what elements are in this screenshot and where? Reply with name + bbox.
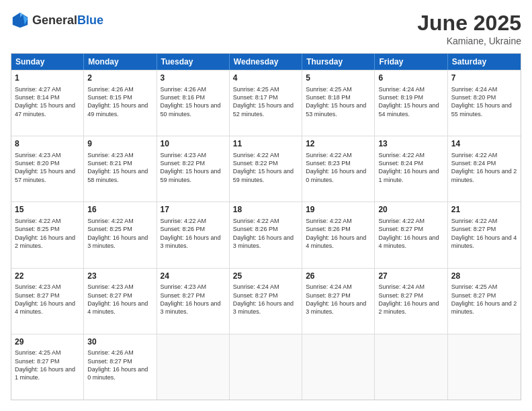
cell-text: Sunrise: 4:24 AMSunset: 8:27 PMDaylight:… [378, 283, 439, 315]
calendar-cell [230, 334, 302, 400]
cell-text: Sunrise: 4:22 AMSunset: 8:26 PMDaylight:… [161, 218, 221, 249]
day-number: 28 [451, 271, 517, 282]
calendar-cell: 4Sunrise: 4:25 AMSunset: 8:17 PMDaylight… [230, 71, 302, 136]
header-sunday: Sunday [11, 54, 84, 70]
cell-text: Sunrise: 4:26 AMSunset: 8:16 PMDaylight:… [161, 86, 221, 118]
cell-text: Sunrise: 4:23 AMSunset: 8:27 PMDaylight:… [15, 283, 75, 315]
cell-text: Sunrise: 4:22 AMSunset: 8:24 PMDaylight:… [378, 152, 439, 183]
cell-text: Sunrise: 4:25 AMSunset: 8:27 PMDaylight:… [451, 283, 517, 315]
calendar-cell: 27Sunrise: 4:24 AMSunset: 8:27 PMDayligh… [375, 269, 447, 334]
day-number: 6 [378, 73, 443, 84]
cell-text: Sunrise: 4:24 AMSunset: 8:20 PMDaylight:… [451, 86, 512, 118]
day-number: 16 [87, 205, 152, 216]
page: GeneralBlue June 2025 Kamiane, Ukraine S… [0, 0, 532, 411]
cell-text: Sunrise: 4:22 AMSunset: 8:23 PMDaylight:… [306, 152, 366, 183]
calendar-week-2: 8Sunrise: 4:23 AMSunset: 8:20 PMDaylight… [11, 136, 521, 201]
day-number: 3 [161, 73, 226, 84]
cell-text: Sunrise: 4:22 AMSunset: 8:27 PMDaylight:… [378, 218, 439, 249]
day-number: 19 [306, 205, 371, 216]
header-friday: Friday [375, 54, 447, 70]
day-number: 15 [15, 205, 80, 216]
calendar-cell: 21Sunrise: 4:22 AMSunset: 8:27 PMDayligh… [448, 202, 521, 267]
header-tuesday: Tuesday [157, 54, 230, 70]
title-section: June 2025 Kamiane, Ukraine [417, 11, 521, 46]
calendar-cell: 7Sunrise: 4:24 AMSunset: 8:20 PMDaylight… [448, 71, 521, 136]
cell-text: Sunrise: 4:26 AMSunset: 8:15 PMDaylight:… [87, 86, 148, 118]
cell-text: Sunrise: 4:27 AMSunset: 8:14 PMDaylight:… [15, 86, 75, 118]
calendar-cell: 2Sunrise: 4:26 AMSunset: 8:15 PMDaylight… [84, 71, 157, 136]
calendar-cell: 10Sunrise: 4:23 AMSunset: 8:22 PMDayligh… [157, 136, 230, 201]
calendar-header: Sunday Monday Tuesday Wednesday Thursday… [11, 54, 521, 70]
calendar-cell: 14Sunrise: 4:22 AMSunset: 8:24 PMDayligh… [448, 136, 521, 201]
logo-blue: Blue [77, 13, 103, 27]
logo-general: General [32, 13, 77, 27]
day-number: 11 [233, 139, 298, 150]
calendar-cell: 17Sunrise: 4:22 AMSunset: 8:26 PMDayligh… [157, 202, 230, 267]
calendar-cell: 25Sunrise: 4:24 AMSunset: 8:27 PMDayligh… [230, 269, 302, 334]
day-number: 13 [378, 139, 443, 150]
cell-text: Sunrise: 4:25 AMSunset: 8:18 PMDaylight:… [306, 86, 366, 118]
calendar-cell: 30Sunrise: 4:26 AMSunset: 8:27 PMDayligh… [84, 334, 157, 400]
day-number: 20 [378, 205, 443, 216]
day-number: 14 [451, 139, 517, 150]
day-number: 30 [87, 337, 152, 348]
calendar-cell: 20Sunrise: 4:22 AMSunset: 8:27 PMDayligh… [375, 202, 447, 267]
cell-text: Sunrise: 4:22 AMSunset: 8:27 PMDaylight:… [451, 218, 517, 249]
cell-text: Sunrise: 4:22 AMSunset: 8:26 PMDaylight:… [306, 218, 366, 249]
calendar-cell: 8Sunrise: 4:23 AMSunset: 8:20 PMDaylight… [11, 136, 84, 201]
logo-icon [11, 11, 30, 30]
header-wednesday: Wednesday [230, 54, 302, 70]
calendar-cell: 1Sunrise: 4:27 AMSunset: 8:14 PMDaylight… [11, 71, 84, 136]
calendar-cell: 12Sunrise: 4:22 AMSunset: 8:23 PMDayligh… [302, 136, 375, 201]
calendar: Sunday Monday Tuesday Wednesday Thursday… [11, 53, 521, 400]
day-number: 2 [87, 73, 152, 84]
calendar-body: 1Sunrise: 4:27 AMSunset: 8:14 PMDaylight… [11, 70, 521, 400]
calendar-cell [375, 334, 447, 400]
cell-text: Sunrise: 4:24 AMSunset: 8:27 PMDaylight:… [233, 283, 294, 315]
cell-text: Sunrise: 4:22 AMSunset: 8:22 PMDaylight:… [233, 152, 294, 183]
calendar-cell: 23Sunrise: 4:23 AMSunset: 8:27 PMDayligh… [84, 269, 157, 334]
day-number: 9 [87, 139, 152, 150]
day-number: 5 [306, 73, 371, 84]
calendar-cell: 9Sunrise: 4:23 AMSunset: 8:21 PMDaylight… [84, 136, 157, 201]
day-number: 26 [306, 271, 371, 282]
calendar-week-5: 29Sunrise: 4:25 AMSunset: 8:27 PMDayligh… [11, 334, 521, 400]
day-number: 4 [233, 73, 298, 84]
header-saturday: Saturday [448, 54, 521, 70]
calendar-cell: 3Sunrise: 4:26 AMSunset: 8:16 PMDaylight… [157, 71, 230, 136]
cell-text: Sunrise: 4:22 AMSunset: 8:26 PMDaylight:… [233, 218, 294, 249]
calendar-cell: 29Sunrise: 4:25 AMSunset: 8:27 PMDayligh… [11, 334, 84, 400]
calendar-week-1: 1Sunrise: 4:27 AMSunset: 8:14 PMDaylight… [11, 70, 521, 136]
month-title: June 2025 [417, 11, 521, 36]
calendar-cell: 28Sunrise: 4:25 AMSunset: 8:27 PMDayligh… [448, 269, 521, 334]
calendar-week-3: 15Sunrise: 4:22 AMSunset: 8:25 PMDayligh… [11, 201, 521, 267]
header-monday: Monday [84, 54, 157, 70]
cell-text: Sunrise: 4:23 AMSunset: 8:20 PMDaylight:… [15, 152, 75, 183]
calendar-cell: 6Sunrise: 4:24 AMSunset: 8:19 PMDaylight… [375, 71, 447, 136]
day-number: 12 [306, 139, 371, 150]
cell-text: Sunrise: 4:25 AMSunset: 8:27 PMDaylight:… [15, 349, 75, 381]
cell-text: Sunrise: 4:24 AMSunset: 8:27 PMDaylight:… [306, 283, 366, 315]
day-number: 29 [15, 337, 80, 348]
day-number: 8 [15, 139, 80, 150]
logo: GeneralBlue [11, 11, 103, 30]
calendar-cell: 15Sunrise: 4:22 AMSunset: 8:25 PMDayligh… [11, 202, 84, 267]
calendar-cell: 19Sunrise: 4:22 AMSunset: 8:26 PMDayligh… [302, 202, 375, 267]
day-number: 10 [161, 139, 226, 150]
calendar-cell: 18Sunrise: 4:22 AMSunset: 8:26 PMDayligh… [230, 202, 302, 267]
day-number: 23 [87, 271, 152, 282]
calendar-cell: 13Sunrise: 4:22 AMSunset: 8:24 PMDayligh… [375, 136, 447, 201]
calendar-cell: 26Sunrise: 4:24 AMSunset: 8:27 PMDayligh… [302, 269, 375, 334]
calendar-cell: 16Sunrise: 4:22 AMSunset: 8:25 PMDayligh… [84, 202, 157, 267]
header: GeneralBlue June 2025 Kamiane, Ukraine [11, 11, 521, 46]
calendar-cell: 5Sunrise: 4:25 AMSunset: 8:18 PMDaylight… [302, 71, 375, 136]
calendar-cell: 22Sunrise: 4:23 AMSunset: 8:27 PMDayligh… [11, 269, 84, 334]
location: Kamiane, Ukraine [417, 36, 521, 46]
cell-text: Sunrise: 4:22 AMSunset: 8:25 PMDaylight:… [87, 218, 148, 249]
cell-text: Sunrise: 4:23 AMSunset: 8:27 PMDaylight:… [161, 283, 221, 315]
cell-text: Sunrise: 4:24 AMSunset: 8:19 PMDaylight:… [378, 86, 439, 118]
calendar-cell: 11Sunrise: 4:22 AMSunset: 8:22 PMDayligh… [230, 136, 302, 201]
day-number: 17 [161, 205, 226, 216]
calendar-week-4: 22Sunrise: 4:23 AMSunset: 8:27 PMDayligh… [11, 268, 521, 334]
calendar-cell [157, 334, 230, 400]
